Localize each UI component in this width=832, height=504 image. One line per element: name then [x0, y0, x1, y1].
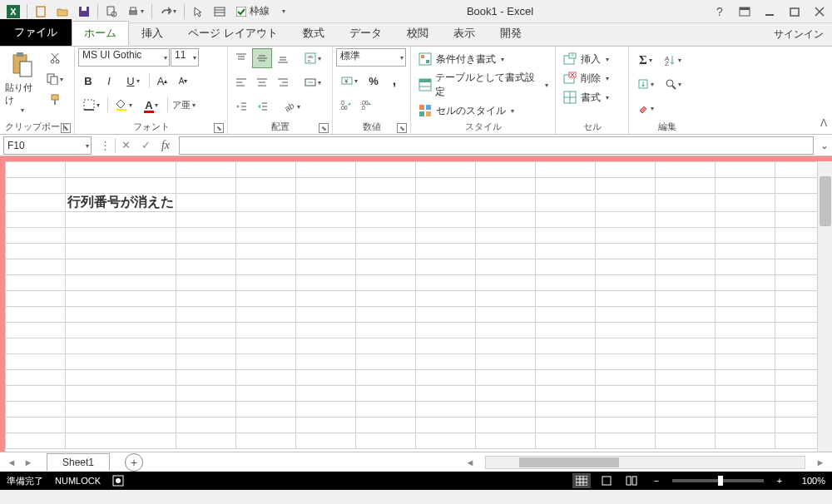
vertical-scroll-thumb[interactable]: [820, 176, 831, 226]
percent-icon[interactable]: %: [364, 71, 384, 91]
print-preview-icon[interactable]: [102, 2, 121, 21]
fill-button[interactable]: ▾: [632, 74, 659, 94]
decrease-decimal-icon[interactable]: .00.0: [357, 95, 377, 115]
copy-icon[interactable]: ▾: [42, 69, 68, 89]
tab-formulas[interactable]: 数式: [290, 21, 337, 46]
merge-cells-icon[interactable]: ▾: [300, 72, 326, 92]
insert-cells-button[interactable]: + 挿入▾: [559, 50, 612, 68]
zoom-slider-thumb[interactable]: [718, 476, 723, 486]
tab-home[interactable]: ホーム: [72, 21, 129, 46]
alignment-launcher-icon[interactable]: ⬊: [319, 123, 329, 133]
tab-page-layout[interactable]: ページ レイアウト: [176, 21, 290, 46]
number-format-select[interactable]: 標準▾: [336, 48, 406, 67]
help-icon[interactable]: ?: [711, 2, 729, 21]
new-file-icon[interactable]: [31, 2, 51, 21]
hscroll-left-icon[interactable]: ◄: [462, 454, 478, 471]
name-box[interactable]: F10▾: [3, 136, 92, 155]
cut-icon[interactable]: [42, 48, 68, 68]
number-launcher-icon[interactable]: ⬊: [397, 123, 407, 133]
align-left-icon[interactable]: [231, 72, 251, 92]
font-size-select[interactable]: 11▾: [171, 48, 199, 67]
macro-record-icon[interactable]: [112, 475, 124, 487]
shrink-font-icon[interactable]: A▾: [173, 71, 193, 91]
view-page-layout-icon[interactable]: [597, 473, 616, 488]
zoom-slider[interactable]: [672, 479, 764, 482]
comma-icon[interactable]: ,: [384, 71, 404, 91]
signin-link[interactable]: サインイン: [765, 23, 832, 46]
ribbon-display-icon[interactable]: [735, 2, 754, 21]
sort-filter-button[interactable]: AZ▾: [660, 50, 686, 70]
font-name-select[interactable]: MS UI Gothic▾: [78, 48, 170, 67]
borders-button[interactable]: ▾: [78, 95, 105, 115]
orientation-icon[interactable]: ab▾: [279, 96, 305, 116]
cell-grid[interactable]: 行列番号が消えた: [5, 161, 817, 452]
sheet-tab-1[interactable]: Sheet1: [47, 453, 110, 471]
tab-view[interactable]: 表示: [441, 21, 488, 46]
tab-insert[interactable]: 挿入: [129, 21, 176, 46]
close-icon[interactable]: [810, 2, 829, 21]
phonetic-button[interactable]: ア亜▾: [171, 95, 197, 115]
increase-decimal-icon[interactable]: .0.00: [336, 95, 356, 115]
bold-button[interactable]: B: [78, 71, 98, 91]
minimize-icon[interactable]: [760, 2, 779, 21]
align-center-icon[interactable]: [252, 72, 272, 92]
align-right-icon[interactable]: [273, 72, 293, 92]
qat-customize-icon[interactable]: ▾: [276, 2, 290, 21]
format-cells-button[interactable]: 書式▾: [559, 88, 612, 106]
fill-color-button[interactable]: ▾: [111, 95, 137, 115]
save-icon[interactable]: [74, 2, 94, 21]
currency-icon[interactable]: ¥▾: [336, 71, 363, 91]
tab-file[interactable]: ファイル: [0, 19, 72, 46]
zoom-level[interactable]: 100%: [795, 476, 825, 486]
align-top-icon[interactable]: [231, 48, 251, 68]
horizontal-scrollbar[interactable]: [485, 456, 805, 469]
formula-input[interactable]: [179, 136, 814, 155]
autosum-button[interactable]: Σ▾: [632, 50, 659, 70]
clipboard-launcher-icon[interactable]: ⬊: [61, 123, 71, 133]
underline-button[interactable]: U▾: [120, 71, 146, 91]
wrap-text-icon[interactable]: abc▾: [300, 48, 326, 68]
clear-button[interactable]: ▾: [632, 98, 659, 118]
vertical-scrollbar[interactable]: [817, 161, 832, 452]
zoom-in-icon[interactable]: +: [770, 473, 789, 488]
collapse-ribbon-icon[interactable]: ᐱ: [820, 117, 827, 129]
paste-button[interactable]: 貼り付け ▾: [3, 48, 40, 117]
tab-data[interactable]: データ: [337, 21, 394, 46]
sheet-nav-prev-icon[interactable]: ◄: [3, 454, 20, 471]
open-file-icon[interactable]: [52, 2, 72, 21]
decrease-indent-icon[interactable]: [231, 96, 251, 116]
quick-print-icon[interactable]: ▾: [123, 2, 148, 21]
horizontal-scroll-thumb[interactable]: [519, 457, 619, 467]
italic-button[interactable]: I: [99, 71, 119, 91]
maximize-icon[interactable]: [785, 2, 804, 21]
redo-icon[interactable]: ▾: [156, 2, 181, 21]
name-box-functions-icon[interactable]: ⋮: [95, 136, 115, 155]
sheet-nav-next-icon[interactable]: ►: [20, 454, 37, 471]
zoom-out-icon[interactable]: −: [647, 473, 666, 488]
cursor-icon[interactable]: [188, 2, 208, 21]
align-bottom-icon[interactable]: [273, 48, 293, 68]
excel-app-icon[interactable]: X: [3, 2, 23, 21]
grow-font-icon[interactable]: A▴: [152, 71, 172, 91]
enter-formula-icon[interactable]: ✓: [136, 136, 156, 155]
hscroll-right-icon[interactable]: ►: [812, 454, 829, 471]
view-normal-icon[interactable]: [572, 473, 591, 488]
font-color-button[interactable]: A ▾: [138, 95, 165, 115]
cancel-formula-icon[interactable]: ✕: [116, 136, 136, 155]
format-painter-icon[interactable]: [42, 90, 68, 110]
view-page-break-icon[interactable]: [622, 473, 641, 488]
increase-indent-icon[interactable]: [252, 96, 272, 116]
expand-formula-bar-icon[interactable]: ⌄: [817, 140, 832, 151]
add-sheet-button[interactable]: +: [125, 453, 143, 472]
insert-function-icon[interactable]: fx: [156, 136, 176, 155]
font-launcher-icon[interactable]: ⬊: [214, 123, 224, 133]
borders-checkbox[interactable]: 枠線: [231, 2, 275, 21]
tab-developer[interactable]: 開発: [488, 21, 534, 46]
format-table-button[interactable]: テーブルとして書式設定▾: [414, 69, 552, 101]
delete-cells-button[interactable]: 削除▾: [559, 69, 612, 87]
find-button[interactable]: ▾: [660, 74, 686, 94]
cell-styles-button[interactable]: セルのスタイル▾: [414, 101, 518, 120]
align-middle-icon[interactable]: [252, 48, 272, 68]
conditional-format-button[interactable]: 条件付き書式▾: [414, 50, 508, 68]
tab-review[interactable]: 校閲: [394, 21, 441, 46]
